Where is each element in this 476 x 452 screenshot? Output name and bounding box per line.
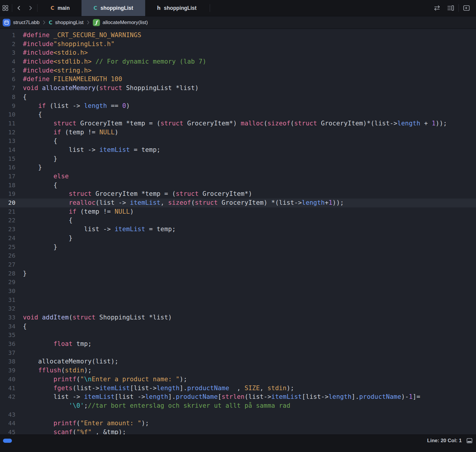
code-row[interactable]: 39 fflush(stdin);	[0, 366, 476, 375]
code-row[interactable]: 17 else	[0, 172, 476, 181]
code-row[interactable]: 30	[0, 287, 476, 296]
line-number[interactable]: 25	[0, 243, 15, 252]
progress-indicator[interactable]	[3, 439, 12, 443]
code-row[interactable]: 12 if (temp != NULL)	[0, 128, 476, 137]
code-row[interactable]: 38 allocateMemory(list);	[0, 357, 476, 366]
code-row[interactable]: 29	[0, 278, 476, 287]
swap-buffers-button[interactable]	[430, 5, 444, 11]
code-row[interactable]: 10 {	[0, 110, 476, 119]
code-row[interactable]: 11 struct GroceryItem *temp = (struct Gr…	[0, 119, 476, 128]
breadcrumb-file[interactable]: shoppingList	[55, 20, 83, 26]
code-row[interactable]: 6#define FILENAMELENGTH 100	[0, 75, 476, 84]
line-number[interactable]: 27	[0, 260, 15, 269]
line-number[interactable]: 10	[0, 110, 15, 119]
code-row[interactable]: 25 }	[0, 243, 476, 252]
code-row[interactable]: 22 {	[0, 216, 476, 225]
line-number[interactable]: 14	[0, 146, 15, 155]
back-button[interactable]	[13, 0, 25, 16]
code-row[interactable]: 19 struct GroceryItem *temp = (struct Gr…	[0, 190, 476, 199]
code-row[interactable]: 28}	[0, 269, 476, 278]
breadcrumb-symbol[interactable]: allocateMemory(list)	[103, 20, 148, 26]
code-row[interactable]: 13 {	[0, 137, 476, 146]
code-row[interactable]: 23 list -> itemList = temp;	[0, 225, 476, 234]
code-row[interactable]: 37	[0, 349, 476, 357]
line-number[interactable]: 38	[0, 357, 15, 366]
caret-position[interactable]: Line: 20 Col: 1	[427, 438, 462, 444]
line-number[interactable]: 29	[0, 278, 15, 287]
line-number[interactable]: 16	[0, 163, 15, 172]
code-row[interactable]: 16 }	[0, 163, 476, 172]
line-number[interactable]: 39	[0, 366, 15, 375]
line-number[interactable]: 23	[0, 225, 15, 234]
code-row[interactable]: 41 fgets(list->itemList[list->length].pr…	[0, 384, 476, 393]
line-number[interactable]: 20	[0, 199, 15, 207]
line-number[interactable]: 8	[0, 93, 15, 102]
line-number[interactable]: 44	[0, 419, 15, 428]
code-row[interactable]: 26	[0, 251, 476, 260]
line-number[interactable]: 11	[0, 119, 15, 128]
line-number[interactable]: 31	[0, 296, 15, 305]
structure-panel-button[interactable]	[444, 5, 457, 11]
code-row[interactable]: 1#define _CRT_SECURE_NO_WARNINGS	[0, 31, 476, 40]
code-row[interactable]: 15 }	[0, 155, 476, 163]
line-number[interactable]: 9	[0, 102, 15, 111]
breadcrumb-project[interactable]: struct7Labb	[13, 20, 40, 26]
code-row[interactable]: 18 {	[0, 181, 476, 190]
code-row[interactable]: 4#include<stdlib.h> // For dynamic memor…	[0, 57, 476, 66]
code-row[interactable]: 32	[0, 304, 476, 313]
line-number[interactable]: 13	[0, 137, 15, 146]
code-row[interactable]: 8{	[0, 93, 476, 102]
code-row[interactable]: 3#include<stdio.h>	[0, 48, 476, 57]
code-row[interactable]: 42 list -> itemList[list ->length].produ…	[0, 393, 476, 401]
line-number[interactable]: 35	[0, 331, 15, 340]
line-number[interactable]: 4	[0, 57, 15, 66]
code-row[interactable]: 21 if (temp != NULL)	[0, 207, 476, 216]
line-number[interactable]: 19	[0, 190, 15, 199]
code-row[interactable]: 31	[0, 296, 476, 305]
line-number[interactable]: 36	[0, 340, 15, 349]
code-row[interactable]: 44 printf("Enter amount: ");	[0, 419, 476, 428]
new-window-button[interactable]	[460, 5, 473, 11]
line-number[interactable]: 21	[0, 207, 15, 216]
code-row[interactable]: 34{	[0, 322, 476, 331]
bottom-panel-button[interactable]	[466, 438, 472, 443]
code-row[interactable]: 27	[0, 260, 476, 269]
code-row[interactable]: 36 float tmp;	[0, 340, 476, 349]
line-number[interactable]: 30	[0, 287, 15, 296]
line-number[interactable]: 28	[0, 269, 15, 278]
line-number[interactable]: 43	[0, 410, 15, 419]
code-row[interactable]: 14 list -> itemList = temp;	[0, 146, 476, 155]
code-row[interactable]: 9 if (list -> length == 0)	[0, 102, 476, 111]
line-number[interactable]: 1	[0, 31, 15, 40]
line-number[interactable]: 7	[0, 84, 15, 93]
code-row[interactable]: 20 realloc(list -> itemList, sizeof(stru…	[0, 199, 476, 207]
line-number[interactable]: 41	[0, 384, 15, 393]
forward-button[interactable]	[25, 0, 36, 16]
line-number[interactable]: 32	[0, 304, 15, 313]
line-number[interactable]: 24	[0, 234, 15, 243]
code-row[interactable]: 35	[0, 331, 476, 340]
code-row[interactable]: 40 printf("\nEnter a product name: ");	[0, 375, 476, 384]
code-row[interactable]: 33void addItem(struct ShoppingList *list…	[0, 313, 476, 322]
line-number[interactable]: 12	[0, 128, 15, 137]
line-number[interactable]: 6	[0, 75, 15, 84]
code-editor[interactable]: 1#define _CRT_SECURE_NO_WARNINGS2#includ…	[0, 29, 476, 452]
tab-shoppinglist-c[interactable]: C shoppingList	[82, 0, 145, 16]
line-number[interactable]: 17	[0, 172, 15, 181]
line-number[interactable]: 15	[0, 155, 15, 163]
line-number[interactable]: 22	[0, 216, 15, 225]
line-number[interactable]: 34	[0, 322, 15, 331]
line-number[interactable]: 40	[0, 375, 15, 384]
code-row[interactable]: '\0';//tar bort enterslag och skriver ut…	[0, 401, 476, 410]
line-number[interactable]: 18	[0, 181, 15, 190]
code-row[interactable]: 43	[0, 410, 476, 419]
line-number[interactable]: 26	[0, 251, 15, 260]
tab-main[interactable]: C main	[39, 0, 82, 16]
code-row[interactable]: 7void allocateMemory(struct ShoppingList…	[0, 84, 476, 93]
line-number[interactable]: 5	[0, 66, 15, 75]
line-number[interactable]: 2	[0, 40, 15, 49]
code-row[interactable]: 24 }	[0, 234, 476, 243]
line-number[interactable]: 37	[0, 349, 15, 357]
line-number[interactable]: 3	[0, 48, 15, 57]
code-row[interactable]: 5#include<string.h>	[0, 66, 476, 75]
